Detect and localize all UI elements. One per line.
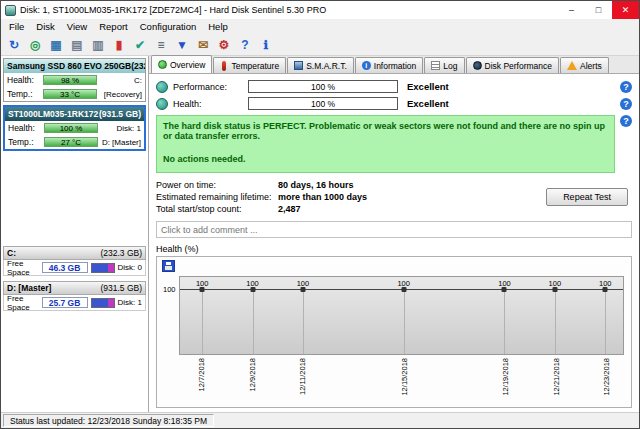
tab-log[interactable]: Log: [424, 57, 464, 73]
start-stop-count-value: 2,487: [278, 204, 546, 214]
chart-date-label: 12/15/2018: [399, 358, 408, 396]
tab-overview[interactable]: Overview: [151, 55, 212, 73]
tab-temperature-label: Temperature: [231, 61, 279, 71]
disk-info-icon[interactable]: ▤: [67, 36, 87, 54]
app-icon: [5, 5, 16, 16]
temperature-icon[interactable]: ▮: [109, 36, 129, 54]
partition-d-disk: Disk: 1: [118, 298, 142, 307]
free-space-label: Free Space: [7, 294, 39, 312]
status-help-icon[interactable]: ?: [620, 115, 632, 127]
disk-1-temp-bar: 27 °C: [44, 137, 98, 147]
maximize-button[interactable]: □: [585, 1, 612, 19]
save-report-icon[interactable]: ▼: [172, 36, 192, 54]
partition-c-free-value: 46.3 GB: [42, 262, 88, 273]
performance-help-icon[interactable]: ?: [620, 81, 632, 93]
chart-value-label: 100: [397, 279, 410, 288]
performance-row: Performance: 100 % Excellent ?: [156, 78, 632, 95]
chart-x-axis: 12/7/201812/9/201812/11/201812/15/201812…: [179, 357, 624, 405]
performance-bar: 100 %: [248, 80, 398, 93]
performance-rating: Excellent: [407, 81, 449, 92]
tab-temperature[interactable]: Temperature: [213, 57, 286, 73]
help-icon[interactable]: ?: [235, 36, 255, 54]
refresh-icon[interactable]: ↻: [4, 36, 24, 54]
health-label: Health:: [8, 123, 41, 133]
disk-1-partition-info: D: [Master]: [102, 138, 141, 147]
disk-item-1-selected[interactable]: ST1000LM035-1RK172 (931.5 GB) Health: 10…: [3, 105, 146, 151]
disk-copy-icon[interactable]: ▥: [88, 36, 108, 54]
minimize-button[interactable]: –: [558, 1, 585, 19]
disk-1-health-bar: 100 %: [44, 123, 98, 133]
health-gauge-icon: [156, 98, 168, 110]
tab-disk-performance-label: Disk Performance: [485, 61, 553, 71]
chart-value-label: 100: [599, 279, 612, 288]
disk-status-action: No actions needed.: [163, 154, 608, 164]
partition-c-usage-bar: [91, 263, 115, 273]
tab-information[interactable]: Information: [355, 57, 424, 73]
remaining-lifetime-label: Estimated remaining lifetime:: [156, 192, 278, 202]
start-stop-count-label: Total start/stop count:: [156, 204, 278, 214]
surface-test-icon[interactable]: ▦: [46, 36, 66, 54]
performance-label: Performance:: [173, 82, 243, 92]
smart-icon[interactable]: ✔: [130, 36, 150, 54]
chart-value-label: 100: [549, 279, 562, 288]
power-on-time-label: Power on time:: [156, 180, 278, 190]
tab-smart[interactable]: S.M.A.R.T.: [287, 57, 354, 73]
repeat-test-button[interactable]: Repeat Test: [546, 188, 628, 206]
disk-1-header: ST1000LM035-1RK172 (931.5 GB): [5, 107, 144, 121]
title-bar: Disk: 1, ST1000LM035-1RK172 [ZDE72MC4] -…: [1, 1, 639, 19]
partition-d-free-value: 25.7 GB: [42, 297, 88, 308]
disk-0-partition-info: [Recovery]: [104, 90, 142, 99]
partition-c-name: C:: [7, 248, 16, 258]
power-on-time-value: 80 days, 16 hours: [278, 180, 546, 190]
comment-input[interactable]: [156, 221, 632, 238]
menu-report[interactable]: Report: [93, 21, 134, 32]
chart-date-label: 12/21/2018: [551, 358, 560, 396]
disk-1-size: (931.5 GB): [99, 109, 141, 119]
menu-file[interactable]: File: [3, 21, 30, 32]
save-chart-icon[interactable]: [162, 260, 175, 272]
health-rating: Excellent: [407, 98, 449, 109]
close-button[interactable]: ✕: [612, 1, 639, 19]
partition-d-name: D: [Master]: [7, 283, 51, 293]
menu-configuration[interactable]: Configuration: [134, 21, 203, 32]
disk-0-temp-bar: 33 °C: [43, 89, 97, 99]
chart-y-tick: 100: [163, 285, 176, 294]
health-chart: 100 100100100100100100100 12/7/201812/9/…: [156, 256, 632, 408]
tab-alerts[interactable]: Alerts: [560, 57, 609, 73]
performance-value: 100 %: [249, 81, 397, 92]
partition-d-free-row: Free Space 25.7 GB Disk: 1: [3, 295, 146, 311]
disk-0-partition-letter: C:: [134, 76, 142, 85]
disk-item-0[interactable]: Samsung SSD 860 EVO 250GB (232.9 GB) Hea…: [3, 58, 146, 102]
partition-item-c[interactable]: C: (232.3 GB) Free Space 46.3 GB Disk: 0: [3, 246, 146, 281]
disk-1-temp-row: Temp.: 27 °C D: [Master]: [5, 135, 144, 149]
detect-disk-icon[interactable]: ◎: [25, 36, 45, 54]
status-bar: Status last updated: 12/23/2018 Sunday 8…: [1, 412, 639, 428]
menu-help[interactable]: Help: [202, 21, 234, 32]
free-space-label: Free Space: [7, 259, 39, 277]
tab-disk-performance[interactable]: Disk Performance: [466, 57, 560, 73]
performance-gauge-icon: [156, 81, 168, 93]
partition-c-disk: Disk: 0: [118, 263, 142, 272]
chart-gridline: [555, 290, 556, 354]
disk-1-number: Disk: 1: [117, 124, 141, 133]
mail-report-icon[interactable]: ✉: [193, 36, 213, 54]
about-icon[interactable]: ℹ: [256, 36, 276, 54]
smart-icon: [294, 61, 303, 70]
chart-gridline: [202, 290, 203, 354]
partition-c-free-row: Free Space 46.3 GB Disk: 0: [3, 260, 146, 276]
partition-item-d[interactable]: D: [Master] (931.5 GB) Free Space 25.7 G…: [3, 281, 146, 316]
disk-status-box: The hard disk status is PERFECT. Problem…: [156, 115, 615, 173]
report-icon[interactable]: ≡: [151, 36, 171, 54]
health-bar: 100 %: [248, 97, 398, 110]
settings-icon[interactable]: ⚙: [214, 36, 234, 54]
menu-view[interactable]: View: [61, 21, 93, 32]
tab-overview-label: Overview: [170, 60, 205, 70]
health-help-icon[interactable]: ?: [620, 98, 632, 110]
chart-value-label: 100: [297, 279, 310, 288]
menu-disk[interactable]: Disk: [30, 21, 60, 32]
disk-sidebar: Samsung SSD 860 EVO 250GB (232.9 GB) Hea…: [1, 56, 149, 412]
chart-date-label: 12/7/2018: [197, 358, 206, 391]
thermometer-icon: [222, 61, 226, 71]
health-value: 100 %: [249, 98, 397, 109]
disk-1-health-row: Health: 100 % Disk: 1: [5, 121, 144, 135]
